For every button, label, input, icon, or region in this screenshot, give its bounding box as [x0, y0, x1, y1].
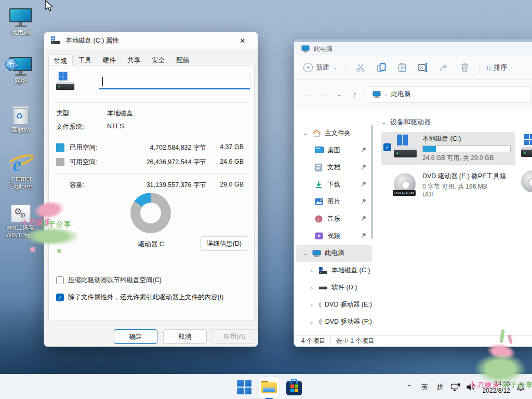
section-devices-and-drives[interactable]: ⌄ 设备和驱动器	[381, 117, 532, 127]
chevron-down-icon: ⌄	[332, 64, 337, 71]
sidebar-item-documents[interactable]: 文档	[296, 159, 372, 176]
chevron-down-icon[interactable]: ⌄	[302, 130, 309, 137]
sidebar-item-label: 下载	[327, 180, 340, 189]
item-count: 4 个项目	[301, 337, 325, 345]
volume-button[interactable]	[465, 381, 478, 393]
ime-language-pinyin[interactable]: 拼	[434, 380, 447, 394]
sidebar-item-dvd-drive-e[interactable]: › DVD 驱动器 (E:)	[296, 296, 372, 313]
new-button[interactable]: + 新建 ⌄	[299, 60, 341, 75]
music-icon: ♪	[315, 215, 324, 223]
chevron-down-icon[interactable]: ⌄	[302, 250, 309, 257]
type-label: 类型:	[56, 109, 71, 118]
cut-button[interactable]	[350, 60, 371, 75]
show-hidden-icons-button[interactable]: ⌃	[403, 381, 416, 393]
rename-button[interactable]: A	[413, 60, 433, 75]
sidebar-item-home[interactable]: ⌄ 主文件夹	[296, 125, 372, 142]
partial-dvd-icon[interactable]	[521, 170, 532, 192]
copy-icon	[377, 63, 386, 72]
compress-checkbox[interactable]	[56, 276, 64, 284]
plus-icon: +	[303, 63, 313, 72]
pin-icon	[361, 147, 367, 153]
sidebar-scrollbar[interactable]	[371, 125, 373, 239]
close-icon: ✕	[240, 37, 246, 45]
dvd-rom-badge: DVD-ROM	[393, 190, 416, 196]
recent-locations-button[interactable]: ⌄	[331, 91, 347, 98]
new-label: 新建	[316, 63, 329, 72]
sidebar-item-label: DVD 驱动器 (E:)	[325, 300, 372, 309]
sidebar-item-drive-d[interactable]: › 软件 (D:)	[296, 279, 372, 296]
volume-label-input[interactable]	[99, 74, 250, 89]
explorer-tab-this-pc[interactable]: 此电脑	[294, 43, 340, 55]
desktop-icon-internet-explorer[interactable]: e Internet Explorer	[1, 148, 41, 191]
up-button[interactable]: ↑	[347, 90, 363, 99]
selected-checkbox[interactable]: ✓	[383, 143, 391, 151]
clock[interactable]: 14:55 2022/8/12	[481, 380, 512, 394]
cancel-button[interactable]: 取消	[163, 329, 207, 344]
apply-button[interactable]: 应用(A)	[212, 329, 256, 344]
chevron-right-icon[interactable]: ›	[309, 319, 315, 325]
store-taskbar-button[interactable]	[284, 377, 304, 397]
text-caret	[102, 77, 103, 86]
close-button[interactable]: ✕	[234, 34, 251, 47]
compress-checkbox-row[interactable]: 压缩此驱动器以节约磁盘空间(C)	[56, 276, 162, 285]
share-button[interactable]	[433, 60, 454, 75]
file-explorer-taskbar-button[interactable]	[259, 377, 280, 397]
sidebar-item-videos[interactable]: 视频	[296, 228, 372, 245]
sidebar-item-pictures[interactable]: 图片	[296, 193, 372, 210]
filesystem-label: 文件系统:	[56, 123, 84, 131]
toolbar-separator	[345, 61, 346, 74]
drive-item-dvd-e[interactable]: DVD-ROM DVD 驱动器 (E:) 微PE工具箱 0 字节 可用, 共 1…	[381, 169, 515, 202]
back-button[interactable]: ←	[300, 90, 316, 99]
microsoft-store-icon	[286, 381, 302, 395]
desktop-icon-this-pc[interactable]: 此电脑	[1, 5, 41, 36]
filesystem-value: NTFS	[107, 123, 124, 130]
copy-button[interactable]	[371, 60, 392, 75]
ime-language-en[interactable]: 英	[418, 380, 432, 394]
dialog-titlebar[interactable]: 本地磁盘 (C:) 属性 ✕	[44, 32, 258, 49]
paste-button[interactable]	[392, 60, 413, 75]
this-pc-icon	[373, 91, 381, 98]
rename-icon: A	[418, 63, 428, 72]
ethernet-icon	[450, 383, 461, 392]
taskbar: ⌃ 英 拼 14:55 2022/8/12 z	[0, 374, 532, 399]
pin-icon	[361, 164, 367, 170]
chevron-right-icon[interactable]: ›	[309, 285, 315, 291]
windows-logo-icon	[236, 379, 252, 395]
explorer-titlebar[interactable]: 此电脑	[294, 39, 532, 55]
forward-button[interactable]: →	[316, 90, 331, 99]
ok-button[interactable]: 确定	[114, 329, 157, 344]
status-bar: 4 个项目 选中 1 个项目	[294, 335, 532, 347]
properties-dialog: 本地磁盘 (C:) 属性 ✕ 常规 工具 硬件 共享 安全 配额 类型: 本地磁…	[44, 31, 258, 347]
drive-name: DVD 驱动器 (E:) 微PE工具箱	[422, 172, 512, 181]
address-bar[interactable]: › 此电脑	[367, 86, 531, 103]
network-button[interactable]	[449, 381, 463, 394]
sidebar-item-label: 视频	[327, 232, 340, 241]
index-checkbox-row[interactable]: ✓ 除了文件属性外，还允许索引此驱动器上文件的内容(I)	[56, 293, 223, 302]
desktop-icon-win11-restore[interactable]: ⚙⚙ win11恢复 WIN10经...	[1, 201, 41, 240]
partial-drive-icon[interactable]	[521, 134, 532, 158]
chevron-right-icon[interactable]: ›	[309, 302, 315, 308]
start-button[interactable]	[234, 377, 255, 397]
sidebar-item-dvd-drive-f[interactable]: › DVD 驱动器 (F:)	[296, 313, 372, 330]
sidebar-item-downloads[interactable]: 下载	[296, 176, 372, 193]
sort-button[interactable]: ↑↓ 排序	[486, 63, 507, 72]
details-button[interactable]: 详细信息(D)	[200, 236, 248, 251]
explorer-body: ⌄ 主文件夹 桌面 文档 下载	[294, 109, 532, 335]
chevron-right-icon[interactable]: ›	[309, 268, 315, 274]
sidebar-item-music[interactable]: ♪ 音乐	[296, 210, 372, 228]
sidebar-item-desktop[interactable]: 桌面	[296, 142, 372, 159]
sidebar-item-local-disk-c[interactable]: › 本地磁盘 (C:)	[296, 262, 372, 279]
sort-label: 排序	[494, 63, 507, 72]
notification-center-button[interactable]: z	[514, 380, 528, 394]
drive-item-local-disk-c[interactable]: ✓ 本地磁盘 (C:) 24.6 GB 可用, 共 29.0 GB	[381, 132, 515, 165]
desktop-icon-recycle-bin[interactable]: ♻ 回收站	[1, 103, 41, 134]
file-explorer-icon	[261, 381, 277, 393]
mouse-cursor	[45, 0, 54, 12]
sidebar-item-label: 此电脑	[325, 249, 344, 258]
explorer-navigation-bar: ← → ⌄ ↑ › 此电脑	[294, 80, 532, 109]
breadcrumb-item-this-pc[interactable]: 此电脑	[391, 90, 411, 99]
index-checkbox[interactable]: ✓	[56, 294, 64, 301]
desktop-icon-network[interactable]: 网络	[1, 54, 41, 85]
delete-button[interactable]	[454, 60, 475, 75]
sidebar-item-this-pc[interactable]: ⌄ 此电脑	[296, 245, 372, 262]
